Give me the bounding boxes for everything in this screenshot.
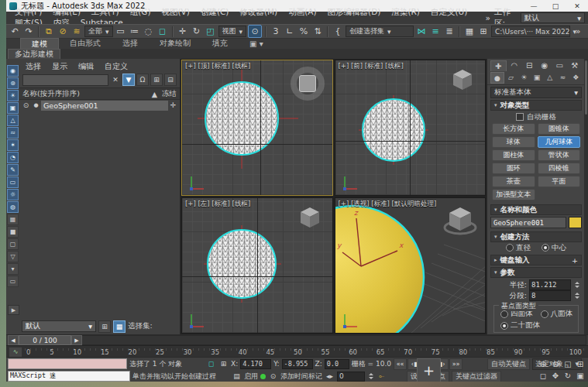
- selection-lock-icon[interactable]: ◻: [206, 359, 216, 369]
- explorer-menu-item[interactable]: 显示: [52, 61, 67, 72]
- primitive-button[interactable]: 圆锥体: [538, 123, 581, 135]
- menu-item[interactable]: 工具(T): [86, 7, 125, 16]
- filter-funnel-icon[interactable]: ▼: [122, 74, 135, 86]
- time-slider-track[interactable]: [82, 335, 586, 345]
- radio-option[interactable]: 中心: [542, 243, 566, 253]
- move-icon[interactable]: ✛: [177, 26, 189, 37]
- category-icon[interactable]: ☀: [518, 72, 530, 82]
- menu-item[interactable]: 渲染(R): [386, 7, 425, 16]
- viewport-nav-icon[interactable]: ✥: [549, 370, 562, 382]
- ribbon-tab[interactable]: 选择: [112, 38, 149, 48]
- lock-icon[interactable]: Ω: [136, 74, 149, 86]
- viewport-nav-icon[interactable]: ⊛: [549, 358, 562, 370]
- category-icon[interactable]: △: [544, 72, 556, 82]
- visibility-eye-icon[interactable]: ⊙: [21, 101, 31, 111]
- layer-manager-icon[interactable]: ≣: [443, 26, 456, 37]
- display-toggle-icon[interactable]: ⊛: [7, 77, 19, 89]
- category-icon[interactable]: ❖: [569, 72, 582, 82]
- selection-region-icon[interactable]: ◌: [143, 26, 155, 37]
- select-link-icon[interactable]: ⧉: [43, 26, 55, 37]
- menu-item[interactable]: 创建(C): [195, 7, 235, 16]
- primitive-button[interactable]: 茶壶: [492, 176, 535, 187]
- explorer-menu-item[interactable]: 自定义: [105, 61, 128, 72]
- explorer-flyout-button[interactable]: ▶: [8, 305, 19, 315]
- ribbon-tab[interactable]: 填充: [201, 38, 239, 48]
- project-folder-combo[interactable]: C:\Users\··· Max 2022▾: [491, 26, 570, 37]
- viewport-nav-icon[interactable]: ◻: [537, 370, 549, 382]
- keyboard-override-icon[interactable]: ▤: [232, 372, 242, 382]
- display-toggle-icon[interactable]: ≈: [7, 127, 19, 139]
- display-toggle-icon[interactable]: ☼: [7, 189, 19, 200]
- explorer-column-header[interactable]: 名称(按升序排序) ▲ 冻结: [19, 87, 180, 100]
- named-sets-brace-icon[interactable]: {: [332, 26, 344, 37]
- display-toggle-icon[interactable]: ✎: [7, 164, 19, 176]
- display-toggle-icon[interactable]: ◉: [7, 65, 19, 77]
- absolute-offset-icon[interactable]: ⊞: [218, 359, 229, 369]
- display-toggle-icon[interactable]: ▭: [7, 276, 19, 287]
- explorer-menu-item[interactable]: 选择: [26, 61, 41, 72]
- use-pivot-center-icon[interactable]: ⊙: [248, 25, 262, 38]
- x-coordinate-field[interactable]: 4.170: [240, 359, 271, 369]
- toolbar-overflow-icon[interactable]: »: [572, 26, 584, 37]
- ribbon-extra-icon[interactable]: ▣ ▾: [239, 39, 274, 49]
- frame-spinner[interactable]: [367, 372, 374, 381]
- explorer-menu-item[interactable]: 编辑: [78, 61, 94, 72]
- frame-ticks[interactable]: 0510152025303540455055606570758085909510…: [25, 348, 588, 356]
- menu-item[interactable]: 视图(V): [156, 7, 195, 16]
- viewport-label[interactable]: [+] [前] [标准] [线框]: [339, 62, 404, 71]
- mirror-icon[interactable]: ⋈: [415, 26, 428, 37]
- category-icon[interactable]: ≈: [557, 72, 569, 82]
- display-toggle-icon[interactable]: ✶: [7, 139, 19, 151]
- ribbon-tab[interactable]: 对象绘制: [149, 38, 201, 48]
- explorer-preset-select[interactable]: 默认▾: [22, 320, 96, 332]
- viewcube[interactable]: [451, 68, 474, 91]
- viewport-left[interactable]: [+] [左] [标准] [线框]: [181, 197, 333, 334]
- rollout-header[interactable]: ▾ 对象类型: [490, 100, 582, 111]
- menu-item[interactable]: 组(G): [125, 7, 156, 16]
- auto-key-button[interactable]: 自动关键点: [487, 358, 530, 370]
- explorer-grid-icon[interactable]: ▦: [113, 320, 126, 333]
- playback-button[interactable]: »»: [449, 358, 462, 370]
- curve-editor-icon[interactable]: ▦: [463, 26, 476, 37]
- menu-item[interactable]: 文件(F): [9, 7, 47, 16]
- select-children-icon[interactable]: ⊟: [164, 74, 177, 86]
- viewcube[interactable]: [443, 204, 477, 238]
- pick-parent-icon[interactable]: ⊞: [150, 74, 163, 86]
- bind-spacewarp-icon[interactable]: ≋: [70, 26, 83, 37]
- display-toggle-icon[interactable]: ▽: [7, 251, 19, 262]
- object-name-field[interactable]: GeoSphere001: [490, 217, 566, 228]
- key-mode-icon[interactable]: ⟜: [377, 372, 387, 382]
- object-color-swatch[interactable]: [569, 217, 582, 228]
- display-toggle-icon[interactable]: ◍: [7, 201, 19, 213]
- named-selection-set-combo[interactable]: 创建选择集▾: [346, 26, 414, 37]
- primitive-button[interactable]: 圆柱体: [492, 149, 535, 161]
- radio-option[interactable]: 直径: [506, 243, 531, 253]
- rollout-header[interactable]: ▾ 创建方法: [490, 231, 582, 242]
- primitive-button[interactable]: 几何球体: [538, 136, 581, 148]
- explorer-search-input[interactable]: [22, 74, 108, 86]
- segments-spinner[interactable]: [573, 291, 580, 300]
- undo-icon[interactable]: ↶: [9, 26, 21, 37]
- scale-icon[interactable]: ◰: [205, 26, 217, 37]
- radio-option[interactable]: 八面体: [541, 309, 573, 319]
- time-slider-handle[interactable]: 0 / 100: [19, 335, 71, 345]
- ribbon-tab[interactable]: 建模: [20, 38, 59, 49]
- primitive-button[interactable]: 球体: [492, 136, 535, 148]
- y-coordinate-field[interactable]: -8.955: [282, 359, 313, 369]
- primitive-button[interactable]: 平面: [538, 176, 581, 187]
- percent-snap-icon[interactable]: %: [297, 26, 310, 37]
- schematic-view-icon[interactable]: ⊞: [477, 26, 490, 37]
- primitive-button[interactable]: 管状体: [538, 149, 581, 161]
- playback-button[interactable]: ««: [394, 358, 407, 370]
- clear-search-icon[interactable]: ✕: [110, 74, 121, 85]
- display-toggle-icon[interactable]: ▭: [7, 176, 19, 188]
- radius-spinner[interactable]: [573, 280, 580, 289]
- rotate-icon[interactable]: ↻: [191, 26, 203, 37]
- panel-tab-icon[interactable]: ⊟: [522, 60, 537, 70]
- viewcube[interactable]: [298, 206, 322, 229]
- segments-field[interactable]: 8: [529, 290, 571, 301]
- panel-tab-icon[interactable]: ▭: [552, 60, 567, 70]
- viewcube[interactable]: [291, 67, 325, 101]
- display-toggle-icon[interactable]: ▾: [7, 263, 19, 275]
- viewport-label[interactable]: [+] [左] [标准] [线框]: [185, 200, 250, 209]
